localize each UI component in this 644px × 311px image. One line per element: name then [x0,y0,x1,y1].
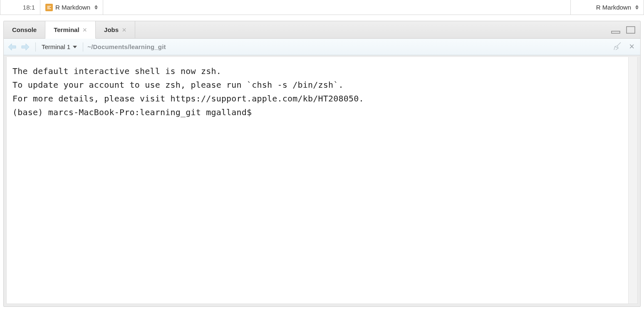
svg-rect-1 [627,27,635,33]
rmarkdown-icon [45,4,53,11]
tab-console-label: Console [12,26,37,33]
close-icon[interactable]: × [122,26,126,34]
minimize-icon [611,26,620,34]
editor-status-bar: 18:1 R Markdown R Markdown [0,0,644,15]
close-icon[interactable]: × [83,26,87,34]
terminal-scrollbar[interactable] [628,57,637,304]
bottom-panel: Console Terminal × Jobs × Terminal 1 [3,21,641,307]
file-mode-label: R Markdown [55,4,90,11]
terminal-body: The default interactive shell is now zsh… [6,57,638,304]
file-type-picker[interactable]: R Markdown [571,0,644,15]
arrow-right-icon [21,43,30,51]
clear-terminal-button[interactable] [612,42,624,52]
tab-console[interactable]: Console [4,21,45,39]
terminal-line: For more details, please visit https://s… [12,94,364,104]
terminal-prompt: (base) marcs-MacBook-Pro:learning_git mg… [12,107,252,117]
updown-icon [94,5,98,10]
working-directory-path: ~/Documents/learning_git [87,43,166,50]
tab-jobs[interactable]: Jobs × [96,21,135,39]
updown-icon [635,5,639,10]
cursor-position: 18:1 [0,0,40,15]
toolbar-divider [35,42,36,52]
terminal-toolbar: Terminal 1 ~/Documents/learning_git × [4,39,640,55]
toolbar-divider [83,42,83,52]
tab-jobs-label: Jobs [104,26,119,33]
tab-terminal[interactable]: Terminal × [45,21,96,39]
close-terminal-button[interactable]: × [626,42,636,52]
terminal-output[interactable]: The default interactive shell is now zsh… [7,57,628,304]
file-type-label: R Markdown [596,4,631,11]
terminal-session-label: Terminal 1 [42,43,70,50]
terminal-line: The default interactive shell is now zsh… [12,66,221,76]
terminal-session-picker[interactable]: Terminal 1 [40,42,79,51]
minimize-panel-button[interactable] [610,26,621,34]
broom-icon [612,42,624,51]
status-bar-spacer [103,0,571,15]
nav-forward-button[interactable] [20,42,31,52]
file-mode-picker[interactable]: R Markdown [40,0,103,15]
maximize-panel-button[interactable] [625,26,636,34]
terminal-line: To update your account to use zsh, pleas… [12,80,344,90]
chevron-down-icon [73,46,77,48]
panel-tabstrip: Console Terminal × Jobs × [4,21,640,39]
maximize-icon [626,26,635,34]
svg-rect-0 [612,31,620,33]
arrow-left-icon [7,43,17,51]
tab-terminal-label: Terminal [54,26,79,33]
cursor-position-text: 18:1 [23,4,35,11]
nav-back-button[interactable] [6,42,18,52]
